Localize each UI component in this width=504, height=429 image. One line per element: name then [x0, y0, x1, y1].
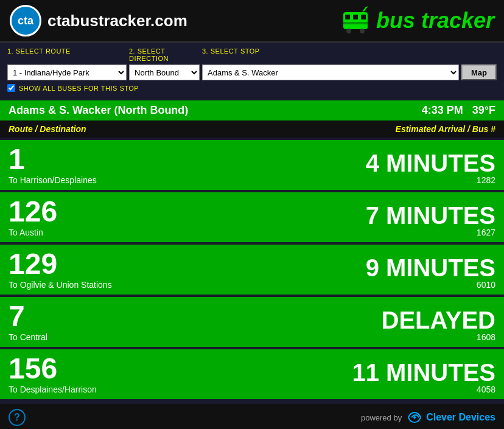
- header-left: cta ctabustracker.com: [10, 5, 187, 37]
- powered-by-text: powered by: [361, 413, 402, 422]
- powered-by: powered by Clever Devices: [361, 411, 495, 424]
- stop-time: 4:33 PM: [422, 104, 463, 116]
- site-title: ctabustracker.com: [47, 12, 187, 30]
- svg-rect-1: [345, 15, 350, 19]
- bus-route-num-3: 7: [9, 302, 47, 331]
- clever-logo-icon: [405, 411, 424, 424]
- route-label: 1. Select Route: [7, 47, 129, 62]
- table-header: Route / Destination Estimated Arrival / …: [0, 120, 504, 138]
- bus-route-num-4: 156: [9, 354, 97, 383]
- bus-arrival-0: 4 Minutes: [366, 151, 495, 175]
- bus-tracker-text: bus tracker: [376, 8, 494, 33]
- bus-row-left-3: 7 To Central: [9, 302, 47, 342]
- stop-label: 3. Select Stop: [202, 47, 497, 62]
- cta-logo-text: cta: [18, 15, 33, 27]
- svg-point-7: [413, 416, 416, 419]
- bus-number-3: 1608: [477, 332, 495, 342]
- bus-route-num-2: 129: [9, 249, 112, 279]
- footer: ? powered by Clever Devices: [0, 404, 504, 429]
- bus-row-right-1: 7 Minutes 1627: [366, 203, 495, 237]
- select-labels: 1. Select Route 2. Select Direction 3. S…: [7, 47, 497, 62]
- show-all-label: Show all buses for this stop: [19, 85, 139, 92]
- bus-row-left-0: 1 To Harrison/Desplaines: [9, 145, 97, 185]
- checkbox-row: Show all buses for this stop: [7, 84, 497, 92]
- direction-select[interactable]: North Bound South Bound East Bound West …: [129, 65, 200, 80]
- map-button[interactable]: Map: [461, 65, 497, 80]
- bus-destination-2: To Ogilvie & Union Stations: [9, 280, 112, 290]
- route-col-header: Route / Destination: [9, 124, 86, 134]
- bus-destination-3: To Central: [9, 332, 47, 342]
- bus-number-2: 6010: [477, 280, 495, 290]
- svg-rect-4: [343, 22, 368, 24]
- clever-devices-logo: Clever Devices: [405, 411, 495, 424]
- bus-arrival-2: 9 Minutes: [366, 256, 495, 280]
- bus-arrival-1: 7 Minutes: [366, 203, 495, 228]
- show-all-checkbox[interactable]: [7, 84, 15, 92]
- bus-row-right-3: DELAYED 1608: [382, 308, 495, 342]
- bus-destination-0: To Harrison/Desplaines: [9, 175, 97, 185]
- bus-destination-1: To Austin: [9, 228, 57, 237]
- bus-row: 156 To Desplaines/Harrison 11 Minutes 40…: [0, 349, 504, 399]
- bus-number-1: 1627: [477, 228, 495, 237]
- arrival-col-header: Estimated Arrival / Bus #: [396, 124, 495, 134]
- stop-time-temp: 4:33 PM 39°F: [422, 104, 495, 117]
- bus-row-right-2: 9 Minutes 6010: [366, 256, 495, 290]
- bus-route-num-0: 1: [9, 145, 97, 174]
- controls: 1. Select Route 2. Select Direction 3. S…: [0, 43, 504, 97]
- bus-icon: [341, 6, 370, 35]
- header-right: bus tracker: [341, 6, 494, 35]
- svg-rect-2: [353, 15, 358, 19]
- bus-row: 129 To Ogilvie & Union Stations 9 Minute…: [0, 245, 504, 295]
- stop-temp: 39°F: [472, 104, 495, 116]
- bus-row-left-4: 156 To Desplaines/Harrison: [9, 354, 97, 394]
- bus-row-right-0: 4 Minutes 1282: [366, 151, 495, 185]
- bus-row-left-2: 129 To Ogilvie & Union Stations: [9, 249, 112, 290]
- bus-number-0: 1282: [477, 175, 495, 185]
- bus-route-num-1: 126: [9, 197, 57, 226]
- help-button[interactable]: ?: [9, 409, 26, 426]
- clever-devices-text: Clever Devices: [426, 412, 495, 423]
- bus-row: 126 To Austin 7 Minutes 1627: [0, 192, 504, 242]
- bus-rows: 1 To Harrison/Desplaines 4 Minutes 1282 …: [0, 138, 504, 402]
- bus-arrival-4: 11 Minutes: [352, 360, 495, 385]
- svg-point-5: [346, 29, 351, 33]
- bus-arrival-3: DELAYED: [382, 308, 495, 332]
- header: cta ctabustracker.com bus tracker: [0, 0, 504, 43]
- bus-row-left-1: 126 To Austin: [9, 197, 57, 237]
- cta-logo: cta: [10, 5, 41, 37]
- direction-label: 2. Select Direction: [129, 47, 202, 62]
- bus-row: 7 To Central DELAYED 1608: [0, 297, 504, 347]
- svg-point-6: [360, 29, 365, 33]
- bus-number-4: 4058: [477, 385, 495, 394]
- route-select[interactable]: 1 - Indiana/Hyde Park 2 - Pilsen 3 - Kin…: [7, 65, 127, 80]
- selects-row: 1 - Indiana/Hyde Park 2 - Pilsen 3 - Kin…: [7, 65, 497, 80]
- stop-header: Adams & S. Wacker (North Bound) 4:33 PM …: [0, 100, 504, 120]
- bus-row: 1 To Harrison/Desplaines 4 Minutes 1282: [0, 140, 504, 190]
- stop-name: Adams & S. Wacker (North Bound): [9, 104, 188, 117]
- svg-rect-3: [361, 15, 366, 19]
- bus-destination-4: To Desplaines/Harrison: [9, 385, 97, 394]
- bus-row-right-4: 11 Minutes 4058: [352, 360, 495, 394]
- stop-select[interactable]: Adams & S. Wacker Madison & S. Wacker: [202, 65, 459, 80]
